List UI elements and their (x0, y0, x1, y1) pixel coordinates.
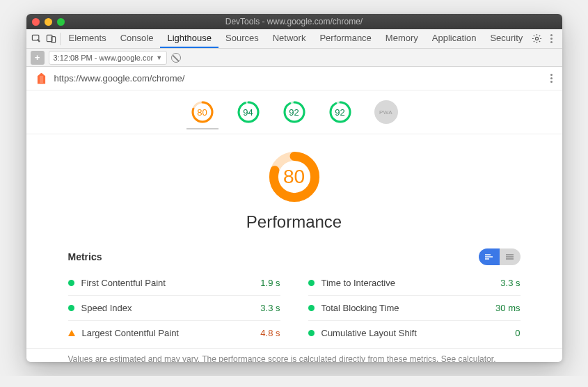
metric-name: Speed Index (81, 303, 254, 313)
performance-gauge: 80 (269, 151, 320, 203)
report-menu-icon[interactable] (550, 74, 553, 83)
svg-line-8 (534, 35, 534, 36)
tab-console[interactable]: Console (113, 29, 161, 48)
inspect-element-icon[interactable] (29, 31, 44, 47)
lighthouse-icon (36, 73, 47, 84)
tab-security[interactable]: Security (483, 29, 530, 48)
report-url-row: https://www.google.com/chrome/ (26, 67, 562, 90)
close-window-button[interactable] (32, 18, 40, 26)
devtools-window: DevTools - www.google.com/chrome/ Elemen… (26, 14, 562, 362)
report-url: https://www.google.com/chrome/ (54, 73, 185, 84)
devtools-tab-strip: ElementsConsoleLighthouseSourcesNetworkP… (26, 29, 562, 49)
metric-name: Largest Contentful Paint (82, 328, 254, 338)
metrics-heading: Metrics (68, 251, 102, 262)
metric-value: 4.8 s (260, 328, 280, 338)
metric-row: First Contentful Paint1.9 s (68, 271, 280, 295)
mac-titlebar: DevTools - www.google.com/chrome/ (26, 14, 562, 29)
metrics-header-row: Metrics (26, 236, 562, 268)
clear-report-icon[interactable] (171, 53, 181, 63)
calc-link-1[interactable]: performance score is calculated (218, 354, 336, 362)
metric-row: Speed Index3.3 s (68, 295, 280, 320)
metric-value: 3.3 s (500, 278, 520, 288)
more-menu-icon[interactable] (544, 31, 559, 47)
settings-gear-icon[interactable] (530, 31, 544, 47)
minimize-window-button[interactable] (45, 18, 52, 26)
category-gauge-2[interactable]: 92 (278, 97, 310, 129)
tab-network[interactable]: Network (266, 29, 313, 48)
warning-icon (68, 330, 75, 336)
tab-performance[interactable]: Performance (312, 29, 378, 48)
pass-icon (308, 305, 315, 311)
metric-name: Total Blocking Time (321, 303, 489, 313)
lighthouse-toolbar: + 3:12:08 PM - www.google.cor ▼ (26, 49, 562, 67)
metric-row: Total Blocking Time30 ms (308, 295, 521, 320)
metric-row: Cumulative Layout Shift0 (308, 320, 521, 345)
metrics-grid: First Contentful Paint1.9 sTime to Inter… (26, 268, 562, 348)
chevron-down-icon: ▼ (156, 54, 162, 61)
tab-lighthouse[interactable]: Lighthouse (160, 29, 218, 48)
metric-name: Cumulative Layout Shift (321, 328, 509, 338)
calc-link-2[interactable]: See calculator. (441, 354, 496, 362)
metrics-view-toggle[interactable] (479, 248, 521, 265)
pass-icon (308, 280, 315, 286)
metric-value: 0 (515, 328, 520, 338)
device-toggle-icon[interactable] (44, 31, 58, 47)
report-selector-dropdown[interactable]: 3:12:08 PM - www.google.cor ▼ (49, 51, 168, 65)
pass-icon (308, 330, 315, 336)
performance-hero: 80 Performance (26, 134, 562, 236)
svg-line-11 (534, 41, 534, 42)
metric-row: Time to Interactive3.3 s (308, 271, 521, 295)
metric-value: 3.3 s (260, 303, 280, 313)
window-title: DevTools - www.google.com/chrome/ (26, 17, 562, 26)
category-gauge-0[interactable]: 80 (186, 97, 218, 129)
category-gauge-1[interactable]: 94 (232, 97, 264, 129)
tab-application[interactable]: Application (425, 29, 484, 48)
pass-icon (68, 280, 74, 286)
pass-icon (68, 305, 74, 311)
tab-elements[interactable]: Elements (62, 29, 113, 48)
category-gauges-row: 80949292PWA (26, 90, 562, 134)
maximize-window-button[interactable] (57, 18, 65, 26)
svg-line-10 (539, 35, 540, 36)
metric-row: Largest Contentful Paint4.8 s (68, 320, 280, 345)
metrics-disclaimer: Values are estimated and may vary. The p… (26, 348, 562, 362)
metric-value: 1.9 s (260, 278, 280, 288)
window-controls (32, 18, 65, 26)
lighthouse-report: 80949292PWA 80 Performance Metrics (26, 90, 562, 362)
pwa-badge[interactable]: PWA (370, 97, 402, 129)
tab-memory[interactable]: Memory (379, 29, 425, 48)
category-gauge-3[interactable]: 92 (324, 97, 356, 129)
metric-name: First Contentful Paint (81, 278, 254, 288)
performance-title: Performance (246, 212, 342, 232)
performance-score: 80 (269, 151, 320, 203)
expanded-view-icon[interactable] (479, 248, 500, 265)
report-selector-label: 3:12:08 PM - www.google.cor (54, 54, 154, 62)
new-report-button[interactable]: + (31, 51, 45, 65)
tab-sources[interactable]: Sources (218, 29, 266, 48)
metric-name: Time to Interactive (321, 278, 494, 288)
compact-view-icon[interactable] (500, 248, 521, 265)
svg-line-9 (539, 41, 540, 42)
svg-point-3 (536, 37, 539, 40)
metric-value: 30 ms (495, 303, 520, 313)
